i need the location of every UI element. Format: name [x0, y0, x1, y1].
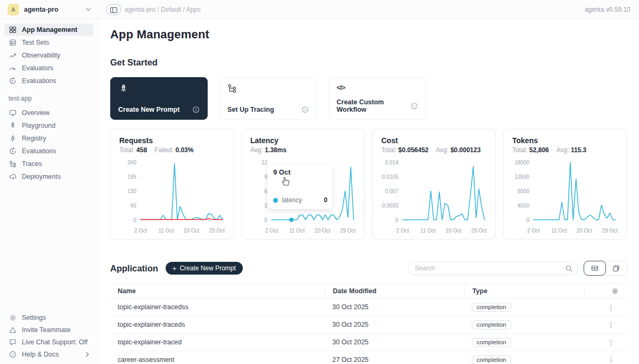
kebab-menu-icon[interactable]: ⋮	[605, 355, 617, 364]
sidebar-item-label: Traces	[22, 160, 42, 168]
code-icon: </>	[337, 84, 418, 92]
chart-tooltip: 9 Oct latency 0	[267, 164, 332, 209]
svg-text:0.014: 0.014	[385, 160, 398, 166]
column-header-type[interactable]: Type	[464, 284, 584, 298]
chart-stat: Failed: 0.03%	[154, 146, 193, 154]
sidebar: App Management Test Sets Observability E…	[0, 19, 99, 364]
create-new-prompt-card[interactable]: Create New Prompt	[110, 77, 208, 120]
sidebar-item-label: Evaluations	[22, 77, 56, 85]
sidebar-item-settings[interactable]: Settings	[4, 312, 94, 324]
tree-icon	[9, 160, 17, 168]
svg-text:2 Oct: 2 Oct	[527, 228, 540, 234]
create-custom-workflow-card[interactable]: </> Create Custom Workflow	[329, 77, 426, 120]
card-view-icon	[612, 264, 620, 272]
latency-chart-card: Latency Avg: 1.38ms 1296302 Oct11 Oct20 …	[241, 129, 365, 239]
chart-stat: Avg: 115.3	[556, 146, 587, 154]
applications-table: Name Date Modified Type topic-explainer-…	[110, 283, 627, 364]
chart-area[interactable]: 2601951306502 Oct11 Oct20 Oct29 Oct	[119, 157, 225, 237]
info-icon[interactable]	[301, 106, 309, 113]
series-dot-icon	[273, 198, 278, 203]
trend-chart-icon	[9, 52, 17, 59]
row-name[interactable]: topic-explainer-traceds	[110, 321, 325, 328]
type-badge: completion	[472, 355, 511, 364]
sidebar-item-evaluators[interactable]: Evaluators	[4, 62, 94, 74]
sidebar-item-app-management[interactable]: App Management	[4, 24, 94, 36]
sidebar-item-label: Live Chat Support: Off	[22, 338, 87, 346]
sidebar-item-test-sets[interactable]: Test Sets	[4, 37, 94, 48]
column-header-date-modified[interactable]: Date Modified	[325, 284, 464, 298]
sidebar-item-live-chat-support[interactable]: Live Chat Support: Off	[4, 336, 94, 348]
search-input[interactable]	[408, 262, 578, 275]
search-icon[interactable]	[566, 265, 572, 272]
column-header-name[interactable]: Name	[110, 284, 325, 298]
chart-plot: 2601951306502 Oct11 Oct20 Oct29 Oct	[119, 157, 226, 235]
workspace-selector[interactable]: A agenta-pro	[0, 4, 99, 15]
sidebar-item-registry[interactable]: Registry	[4, 133, 94, 144]
sidebar-item-playground[interactable]: Playground	[4, 120, 94, 131]
tokens-chart-card: Tokens Total: 52,806Avg: 115.3 180001350…	[503, 129, 627, 239]
table-view-button[interactable]	[584, 261, 606, 276]
svg-text:29 Oct: 29 Oct	[602, 228, 618, 234]
get-started-title: Get Started	[110, 57, 627, 68]
tooltip-series-label: latency	[282, 196, 302, 204]
rocket-icon	[9, 122, 17, 129]
grid-icon	[9, 26, 17, 34]
sidebar-item-deployments[interactable]: Deployments	[4, 171, 94, 183]
workspace-avatar: A	[7, 4, 19, 15]
cost-chart-card: Cost Total: $0.056452Avg: $0.000123 0.01…	[372, 129, 496, 239]
breadcrumb[interactable]: agenta-pro / Default / Apps	[125, 6, 201, 13]
table-icon	[9, 39, 17, 46]
topbar: A agenta-pro agenta-pro / Default / Apps…	[0, 0, 639, 19]
sidebar-item-evaluations[interactable]: Evaluations	[4, 75, 94, 87]
tree-icon	[227, 84, 309, 93]
type-badge: completion	[472, 338, 511, 347]
sidebar-item-traces[interactable]: Traces	[4, 158, 94, 170]
chart-area[interactable]: 18000135009000450002 Oct11 Oct20 Oct29 O…	[512, 157, 618, 237]
svg-text:20 Oct: 20 Oct	[184, 228, 200, 234]
table-row[interactable]: topic-explainer-traceds 30 Oct 2025 comp…	[110, 316, 627, 334]
sidebar-item-overview[interactable]: Overview	[4, 107, 94, 119]
question-circle-icon: ?	[9, 351, 17, 358]
kebab-menu-icon[interactable]: ⋮	[605, 320, 617, 329]
kebab-menu-icon[interactable]: ⋮	[605, 338, 617, 347]
row-name[interactable]: topic-explainer-traced	[110, 338, 325, 346]
chart-title: Tokens	[512, 136, 618, 145]
row-date-modified: 30 Oct 2025	[325, 321, 464, 328]
type-badge: completion	[472, 303, 511, 312]
row-name[interactable]: topic-explainer-tracedss	[110, 303, 325, 311]
sidebar-item-invite-teammate[interactable]: Invite Teammate	[4, 324, 94, 336]
view-toggle	[584, 261, 627, 276]
sidebar-item-app-evaluations[interactable]: Evaluations	[4, 145, 94, 157]
create-new-prompt-button[interactable]: + Create New Prompt	[166, 262, 243, 275]
refresh-circle-icon	[9, 147, 17, 155]
row-date-modified: 30 Oct 2025	[325, 303, 464, 311]
card-view-button[interactable]	[605, 261, 627, 275]
chart-area[interactable]: 0.0140.01050.0070.003502 Oct11 Oct20 Oct…	[381, 157, 487, 237]
plus-icon: +	[173, 265, 177, 272]
chart-stats: Avg: 1.38ms	[250, 146, 356, 154]
table-row[interactable]: topic-explainer-traced 30 Oct 2025 compl…	[110, 334, 627, 351]
sidebar-item-label: Overview	[22, 109, 50, 117]
chart-title: Latency	[250, 136, 356, 145]
svg-text:20 Oct: 20 Oct	[315, 228, 331, 234]
sidebar-item-observability[interactable]: Observability	[4, 49, 94, 61]
panel-left-icon	[110, 6, 118, 14]
sidebar-item-label: Playground	[22, 122, 55, 129]
set-up-tracing-card[interactable]: Set Up Tracing	[219, 77, 317, 120]
requests-chart-card: Requests Total: 458Failed: 0.03% 2601951…	[110, 129, 234, 239]
sidebar-item-help-docs[interactable]: ? Help & Docs	[4, 349, 94, 360]
svg-text:0: 0	[133, 217, 136, 223]
info-icon[interactable]	[192, 106, 200, 113]
row-name[interactable]: career-assessment	[110, 356, 325, 363]
svg-text:0: 0	[395, 217, 398, 223]
sidebar-item-label: Help & Docs	[22, 351, 59, 358]
table-header: Name Date Modified Type	[110, 283, 627, 299]
table-row[interactable]: topic-explainer-tracedss 30 Oct 2025 com…	[110, 299, 627, 316]
sidebar-toggle-button[interactable]	[106, 4, 121, 15]
create-button-label: Create New Prompt	[179, 264, 235, 272]
sidebar-item-label: Deployments	[22, 173, 61, 180]
kebab-menu-icon[interactable]: ⋮	[605, 303, 617, 312]
column-settings-gear-icon[interactable]	[611, 287, 619, 295]
info-icon[interactable]	[411, 102, 418, 110]
table-row[interactable]: career-assessment 27 Oct 2025 completion…	[110, 351, 627, 364]
